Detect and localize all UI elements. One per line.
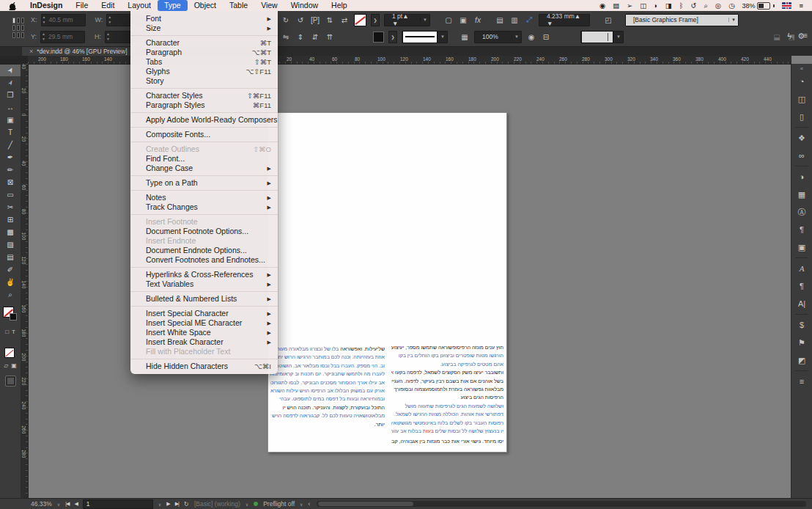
scissors-tool[interactable]: ✂ — [0, 201, 21, 213]
panel-menu-icon[interactable]: ≡ — [803, 32, 808, 40]
caret-icon[interactable]: ▼ — [420, 18, 429, 22]
stroke-swatch[interactable] — [10, 313, 17, 321]
opacity-checker-icon[interactable]: ▦ — [459, 33, 470, 41]
ruler-corner[interactable] — [0, 56, 28, 64]
distribute-horizontal-icon[interactable]: ⇄ — [339, 16, 350, 24]
menu-item-paragraph[interactable]: Paragraph⌥⌘T — [130, 48, 278, 57]
control-panel-icon[interactable]: ◔ — [791, 73, 812, 90]
eyedropper-tool[interactable]: ✐ — [0, 263, 21, 276]
apply-none-button[interactable] — [4, 348, 15, 358]
effects-icon[interactable]: fx — [473, 16, 483, 24]
horizontal-scrollbar[interactable] — [317, 501, 806, 507]
menu-item-text-variables[interactable]: Text Variables▶ — [130, 279, 278, 289]
gap-tool[interactable]: ↔ — [0, 101, 21, 114]
stepper-icon[interactable]: ▲ ▼ — [547, 12, 580, 27]
flip-vertical-icon[interactable]: ⇕ — [295, 33, 306, 41]
links-panel-icon[interactable]: ∞ — [791, 147, 812, 164]
menu-item-apply-adobe-world-ready-composers[interactable]: Apply Adobe World-Ready Composers — [130, 115, 278, 125]
apply-gradient-icon[interactable]: ▱ — [4, 362, 8, 369]
menu-item-glyphs[interactable]: Glyphs⌥⇧F11 — [130, 67, 278, 76]
object-styles-panel-icon[interactable]: ▣ — [791, 238, 812, 256]
paragraph-panel-icon[interactable]: ¶ — [791, 277, 812, 295]
menu-item-bulleted-numbered-lists[interactable]: Bulleted & Numbered Lists▶ — [130, 294, 278, 304]
free-transform-tool[interactable]: ⊞ — [0, 213, 21, 226]
fill-expand-button[interactable]: ❯ — [371, 14, 380, 26]
menu-layout[interactable]: Layout — [121, 0, 158, 11]
workspace-caret-icon[interactable]: ∨ — [246, 502, 248, 507]
bluetooth-icon[interactable]: ᛒ — [679, 0, 684, 11]
quick-apply-icon[interactable]: ϟ — [787, 32, 791, 40]
menu-edit[interactable]: Edit — [95, 0, 121, 11]
note-tool[interactable]: ▤ — [0, 251, 21, 263]
menu-item-hyperlinks-cross-references[interactable]: Hyperlinks & Cross-References▶ — [130, 270, 278, 279]
gradient-swatch-tool[interactable]: ▩ — [0, 226, 21, 238]
close-tab-icon[interactable]: × — [29, 48, 33, 55]
fit-content-icon[interactable]: ◉ — [526, 33, 536, 41]
menu-table[interactable]: Table — [223, 0, 254, 11]
shear-icon[interactable]: ⇵ — [310, 33, 320, 41]
last-page-button[interactable]: ▶| — [175, 501, 179, 507]
rocket-icon[interactable]: ➢ — [627, 0, 632, 11]
caret-icon[interactable]: ▼ — [728, 18, 738, 22]
caret-icon[interactable]: ▼ — [512, 34, 521, 39]
search-icon[interactable]: ⌕ — [704, 0, 708, 11]
menu-item-find-font[interactable]: Find Font... — [130, 154, 278, 164]
scroll-left-chevron[interactable]: ‹ — [308, 500, 310, 508]
vertical-ruler[interactable]: 4020020406080100120140160180200220240260… — [21, 64, 29, 499]
rectangle-tool[interactable]: ▭ — [0, 188, 21, 201]
pencil-tool[interactable]: ✏ — [0, 164, 21, 176]
hand-tool[interactable]: ✌ — [0, 276, 21, 288]
direct-selection-tool[interactable]: ➢ — [0, 76, 21, 89]
zoom-level[interactable]: 46.33% — [31, 500, 52, 508]
bell-icon[interactable]: ◗ — [654, 0, 658, 11]
keyboard-icon[interactable]: ▤ — [613, 0, 619, 11]
flip-horizontal-icon[interactable]: ⇋ — [281, 33, 291, 41]
align-top-icon[interactable]: ⇈ — [325, 33, 335, 41]
align-justify-icon[interactable]: ▥ — [509, 16, 520, 24]
paragraph-direction-icon[interactable]: [P] — [310, 16, 320, 24]
page-tool[interactable]: ❐ — [0, 89, 21, 101]
menu-item-document-footnote-options[interactable]: Document Footnote Options... — [130, 227, 278, 236]
menu-item-paragraph-styles[interactable]: Paragraph Styles⌘F11 — [130, 100, 278, 110]
menu-indesign[interactable]: InDesign — [23, 0, 69, 11]
split-screen-icon[interactable]: ◨ — [665, 0, 672, 11]
frame-fitting-icon[interactable]: ▣ — [458, 16, 468, 24]
menu-item-composite-fonts[interactable]: Composite Fonts... — [130, 130, 278, 139]
stroke-color-swatch[interactable] — [373, 32, 384, 43]
reference-point-proxy[interactable] — [12, 18, 24, 38]
x-input[interactable]: ▲▼40.5 mm — [41, 14, 86, 26]
menu-item-document-endnote-options[interactable]: Document Endnote Options... — [130, 246, 278, 255]
layers-panel-icon[interactable]: ❖ — [791, 129, 812, 147]
menu-window[interactable]: Window — [284, 0, 325, 11]
vpn-icon[interactable]: ◎ — [715, 0, 721, 11]
preflight-status[interactable]: Preflight off — [263, 500, 295, 508]
menu-item-notes[interactable]: Notes▶ — [130, 193, 278, 202]
caret-icon[interactable]: ▼ — [438, 34, 447, 39]
swatches-panel-icon[interactable]: ▦ — [791, 186, 812, 203]
y-input[interactable]: ▲▼29.5 mm — [40, 31, 85, 43]
menu-item-hide-hidden-characters[interactable]: Hide Hidden Characters⌥⌘I — [130, 362, 278, 371]
selection-tool[interactable]: ➤ — [0, 64, 21, 76]
menu-item-character[interactable]: Character⌘T — [130, 38, 278, 48]
stroke-weight-select[interactable]: 1 pt▲ ▼▼ — [384, 14, 430, 26]
menu-item-character-styles[interactable]: Character Styles⇧⌘F11 — [130, 91, 278, 100]
preflight-panel-icon[interactable]: ⚑ — [791, 334, 812, 351]
input-language-flag-icon[interactable] — [782, 2, 791, 9]
menu-file[interactable]: File — [69, 0, 95, 11]
zoom-caret-icon[interactable]: ∨ — [57, 502, 60, 507]
first-page-button[interactable]: |◀ — [65, 501, 69, 507]
zoom-tool[interactable]: ⌕ — [0, 288, 21, 301]
menu-object[interactable]: Object — [188, 0, 223, 11]
apply-color-icon[interactable]: ▣ — [11, 362, 17, 369]
preflight-caret-icon[interactable]: ∨ — [300, 502, 303, 507]
text-column-right[interactable]: חוץ ענים מונזה הרפיסופשוראה שתמשו מספר, … — [391, 343, 503, 446]
corner-options-icon[interactable]: ▢ — [443, 16, 454, 24]
page-number-input[interactable]: 1 — [83, 499, 153, 509]
menu-item-track-changes[interactable]: Track Changes▶ — [130, 202, 278, 212]
menu-item-tabs[interactable]: Tabs⇧⌘T — [130, 57, 278, 67]
distribute-vertical-icon[interactable]: ⇅ — [325, 16, 335, 24]
story-panel-icon[interactable]: A| — [791, 295, 812, 312]
horizontal-ruler[interactable]: 2001801601402040608010012014016018020022… — [0, 56, 791, 65]
menu-help[interactable]: Help — [325, 0, 354, 11]
menu-item-insert-special-character[interactable]: Insert Special Character▶ — [130, 309, 278, 318]
